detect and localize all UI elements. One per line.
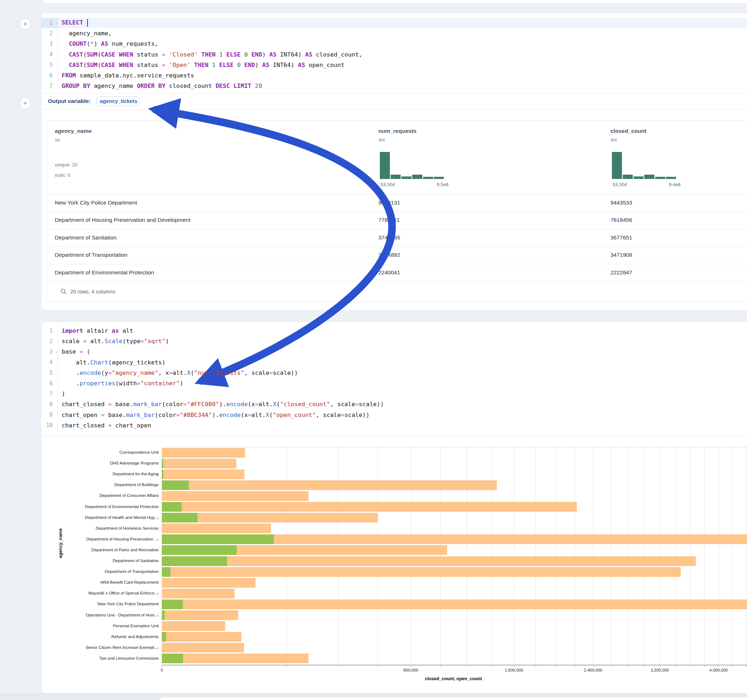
chart-y-axis-label: Taxi and Limousine Commission (41, 656, 159, 661)
chart-gridline (718, 447, 719, 664)
chart-gridline (644, 447, 644, 664)
chart-bar-closed (162, 653, 308, 663)
python-line[interactable]: 7) (41, 389, 747, 399)
chart-bar-open (162, 480, 189, 490)
chart-bar-closed (162, 502, 577, 512)
chart-y-axis-label: HRA Benefit Card Replacement (41, 580, 159, 584)
table-row: Department of Sanitation37494853677651 (48, 229, 747, 247)
python-line[interactable]: 8chart_closed = base.mark_bar(color="#FF… (41, 399, 747, 409)
chart-y-tick (157, 529, 159, 529)
histogram-max-label: 9.4e6 (669, 182, 681, 187)
fold-chevron-icon[interactable]: ⌄ (55, 20, 57, 25)
column-stat: nulls: 0 (55, 172, 70, 178)
line-number: 1 (41, 328, 57, 334)
chart-bar-closed (162, 621, 225, 631)
chart-x-tick (705, 665, 705, 667)
chart-x-tick (660, 665, 660, 667)
python-line[interactable]: 6 .properties(width="container") (41, 378, 747, 389)
line-number: 8 (41, 401, 57, 407)
python-line[interactable]: 3⌄base = ( (41, 346, 747, 357)
chart-gridline (286, 447, 287, 664)
chart-y-axis-label: Department of Consumer Affairs (41, 493, 159, 498)
python-line[interactable]: 5 .encode(y="agency_name", x=alt.X("num_… (41, 368, 747, 378)
line-number: 2 (41, 338, 57, 345)
chart-gridline (467, 447, 467, 664)
histogram-bar (391, 175, 401, 179)
column-header[interactable]: closed_count (611, 128, 646, 134)
chart-gridline (746, 447, 746, 664)
sql-line[interactable]: 1⌄SELECT (41, 18, 747, 28)
chart-gridline (411, 447, 411, 664)
python-editor[interactable]: 1import altair as alt2scale = alt.Scale(… (41, 322, 747, 440)
sql-line[interactable]: 3 COUNT(*) AS num_requests, (41, 39, 747, 49)
table-cell: 9453131 (378, 199, 400, 206)
add-cell-button-output[interactable]: + (20, 98, 31, 109)
chart-bar-closed (162, 632, 242, 642)
table-cell: Department of Sanitation (55, 234, 116, 241)
chart-y-axis-label: New York City Police Department (41, 602, 159, 606)
python-line[interactable]: 1import altair as alt (41, 326, 747, 336)
bar-chart-output: Correspondence UnitDHS Advantage Program… (41, 436, 747, 693)
add-cell-button-top[interactable]: + (20, 18, 31, 30)
python-line[interactable]: 4 alt.Chart(agency_tickets) (41, 357, 747, 368)
chart-gridline (690, 447, 690, 664)
chart-x-tick (286, 665, 287, 667)
sql-editor[interactable]: 1⌄SELECT 2 agency_name,3 COUNT(*) AS num… (41, 13, 747, 98)
chart-y-tick (157, 572, 159, 572)
chart-x-axis-tick-label: 1,600,000 (505, 668, 523, 672)
chart-bar-open (162, 632, 166, 642)
sql-line[interactable]: 6FROM sample_data.nyc.service_requests (41, 70, 747, 81)
chart-y-tick (157, 463, 159, 464)
histogram-bar (623, 175, 633, 179)
chart-x-axis-tick-label: 2,400,000 (584, 668, 602, 672)
chart-gridline (440, 447, 441, 664)
chart-x-tick (440, 665, 441, 667)
chart-x-tick (411, 665, 411, 667)
python-code-text: alt.Chart(agency_tickets) (57, 359, 165, 366)
chart-x-tick (690, 665, 690, 667)
table-row: Department of Housing Preservation and D… (48, 211, 747, 229)
chart-gridline (628, 447, 628, 664)
line-number: 5 (41, 370, 57, 376)
chart-bar-open (162, 502, 181, 512)
chart-x-tick (718, 665, 719, 667)
fold-chevron-icon[interactable]: ⌄ (55, 349, 57, 354)
python-code-text: scale = alt.Scale(type="sqrt") (57, 338, 169, 345)
chart-bar-open (162, 469, 163, 479)
sql-line[interactable]: 4 CAST(SUM(CASE WHEN status = 'Closed' T… (41, 49, 747, 60)
column-header[interactable]: agency_name (55, 128, 92, 134)
chart-y-axis-label: Correspondence Unit (41, 450, 159, 454)
sql-line[interactable]: 5 CAST(SUM(CASE WHEN status = 'Open' THE… (41, 60, 747, 70)
column-header[interactable]: num_requests (378, 128, 417, 134)
histogram-bar (644, 175, 655, 179)
histogram-min-label: 53,304 (612, 182, 627, 187)
table-row: New York City Police Department945313194… (48, 194, 747, 212)
sql-line[interactable]: 7GROUP BY agency_name ORDER BY closed_co… (41, 81, 747, 91)
histogram-bar (634, 177, 644, 179)
chart-x-tick (644, 665, 644, 667)
histogram-min-label: 53,304 (381, 182, 395, 187)
chart-x-axis-line (162, 665, 747, 665)
table-row: Department of Transportation377489234719… (48, 246, 747, 264)
python-line[interactable]: 2scale = alt.Scale(type="sqrt") (41, 336, 747, 346)
chart-y-tick (157, 659, 159, 659)
output-variable-label: Output variable: (48, 98, 91, 104)
chart-gridline (575, 447, 575, 664)
line-number: 7 (41, 83, 57, 89)
chart-bar-open (162, 567, 171, 577)
output-variable-pill[interactable]: agency_tickets (96, 97, 140, 106)
python-line[interactable]: 10chart_closed + chart_open (41, 420, 747, 431)
table-cell: Department of Environmental Protection (55, 269, 154, 276)
search-icon[interactable] (60, 288, 67, 294)
python-line[interactable]: 9chart_open = base.mark_bar(color="#8BC3… (41, 410, 747, 420)
histogram-bar (412, 175, 422, 179)
column-type: str (55, 137, 60, 143)
line-number: 9 (41, 412, 57, 418)
chart-y-tick (157, 550, 159, 551)
sql-code-text: GROUP BY agency_name ORDER BY closed_cou… (57, 83, 262, 89)
chart-bar-closed (162, 480, 497, 490)
chart-y-tick (157, 474, 159, 475)
chart-x-tick (467, 665, 467, 667)
sql-line[interactable]: 2 agency_name, (41, 28, 747, 39)
histogram-bar (612, 152, 622, 179)
